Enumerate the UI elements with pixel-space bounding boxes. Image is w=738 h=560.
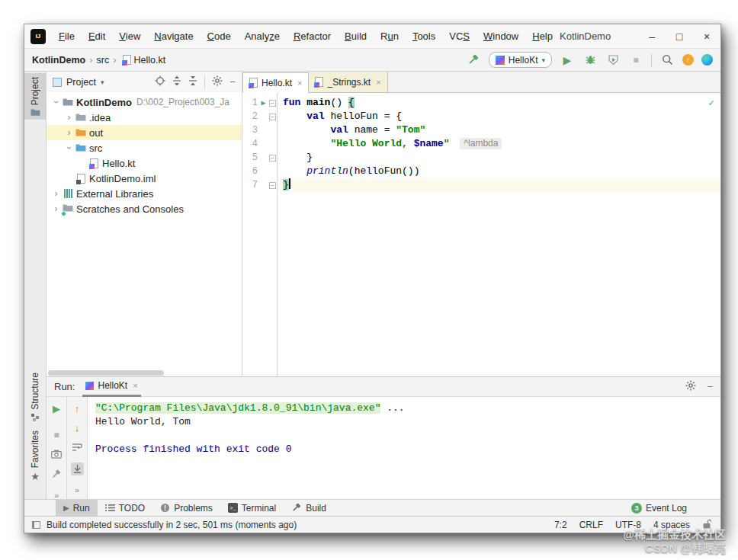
event-log-button[interactable]: 3 Event Log <box>631 503 687 514</box>
code-line-4[interactable]: "Hello World, $name"^lambda <box>278 137 720 151</box>
thread-dump-camera-icon[interactable] <box>51 448 62 462</box>
fold-marker-icon[interactable]: − <box>269 114 276 120</box>
breadcrumb-file[interactable]: Hello.kt <box>134 55 166 66</box>
menu-item-view[interactable]: View <box>112 24 147 49</box>
menu-item-run[interactable]: Run <box>374 24 406 49</box>
tool-window-button-build[interactable]: Build <box>284 500 334 517</box>
project-view-selector[interactable]: Project <box>66 77 96 88</box>
breadcrumb-project[interactable]: KotlinDemo <box>32 55 85 66</box>
tree-row-hello-kt[interactable]: Hello.kt <box>47 155 242 171</box>
stripe-button-project[interactable]: Project <box>24 73 46 120</box>
menu-item-edit[interactable]: Edit <box>82 24 112 49</box>
line-ending[interactable]: CRLF <box>579 520 603 530</box>
chevron-collapsed-icon[interactable]: › <box>64 112 74 123</box>
locate-file-icon[interactable] <box>155 75 165 89</box>
tree-row--idea[interactable]: ›.idea <box>47 110 242 125</box>
menu-item-file[interactable]: File <box>52 24 82 49</box>
scroll-to-end-button[interactable] <box>71 462 84 475</box>
tree-row-kotlindemo[interactable]: ›KotlinDemoD:\002_Project\003_Ja <box>47 94 242 110</box>
soft-wrap-icon[interactable] <box>72 441 82 455</box>
menu-item-build[interactable]: Build <box>338 24 374 49</box>
hide-tool-window-icon[interactable]: − <box>707 381 713 392</box>
stop-button[interactable]: ■ <box>53 430 59 440</box>
down-arrow-icon[interactable]: ↓ <box>75 422 80 434</box>
stripe-button-structure[interactable]: Structure <box>24 369 46 425</box>
code-line-1[interactable]: fun main() { <box>278 96 720 110</box>
close-tab-icon[interactable]: × <box>297 78 302 88</box>
line-number[interactable]: 5 <box>242 152 258 163</box>
code-line-3[interactable]: val name = "Tom" <box>278 123 720 137</box>
code-area[interactable]: 1▶−2−345−67− fun main() { val helloFun =… <box>242 93 720 376</box>
tool-window-button-terminal[interactable]: >_Terminal <box>220 500 284 517</box>
minimize-button[interactable]: – <box>638 24 666 48</box>
rerun-button[interactable]: ▶ <box>53 403 60 414</box>
settings-gear-icon[interactable] <box>685 380 696 394</box>
run-with-coverage-button[interactable] <box>605 53 621 68</box>
tool-window-toggle-icon[interactable] <box>32 521 40 529</box>
line-number[interactable]: 3 <box>242 125 258 136</box>
build-hammer-icon[interactable] <box>466 53 481 68</box>
hide-tool-window-icon[interactable]: − <box>229 76 236 88</box>
stripe-button-favorites[interactable]: Favorites ★ <box>24 427 46 485</box>
code-line-2[interactable]: val helloFun = { <box>278 110 720 123</box>
line-number[interactable]: 2 <box>242 111 258 122</box>
tab-hello-kt[interactable]: Hello.kt × <box>242 72 309 93</box>
ide-sphere-icon[interactable] <box>701 54 713 66</box>
tool-window-button-todo[interactable]: TODO <box>98 500 152 517</box>
fold-marker-icon[interactable]: − <box>269 100 276 107</box>
menu-item-navigate[interactable]: Navigate <box>147 24 200 49</box>
run-button[interactable]: ▶ <box>560 53 575 68</box>
debug-button[interactable] <box>582 53 598 68</box>
close-tab-icon[interactable]: × <box>376 78 380 87</box>
tool-window-button-problems[interactable]: Problems <box>152 500 220 517</box>
tree-row-external-libraries[interactable]: ›External Libraries <box>47 186 242 201</box>
more-actions-icon[interactable]: » <box>75 485 79 494</box>
tree-row-scratches-and-consoles[interactable]: ›Scratches and Consoles <box>47 201 242 216</box>
close-button[interactable]: × <box>693 24 720 48</box>
tree-row-kotlindemo-iml[interactable]: KotlinDemo.iml <box>47 171 242 186</box>
line-number[interactable]: 7 <box>242 180 258 190</box>
menu-item-help[interactable]: Help <box>525 24 560 49</box>
menu-item-analyze[interactable]: Analyze <box>238 24 287 49</box>
breadcrumb-src[interactable]: src <box>96 55 109 66</box>
settings-gear-icon[interactable] <box>212 75 223 89</box>
status-message[interactable]: Build completed successfully in 2 sec, 5… <box>47 520 297 530</box>
chevron-collapsed-icon[interactable]: › <box>51 188 61 199</box>
run-line-icon[interactable]: ▶ <box>258 98 269 107</box>
line-number[interactable]: 4 <box>242 139 258 149</box>
run-tab-hellokt[interactable]: HelloKt × <box>82 377 140 397</box>
code-line-6[interactable]: println(helloFun()) <box>278 165 720 178</box>
run-console[interactable]: "C:\Program Files\Java\jdk1.8.0_91\bin\j… <box>88 397 720 499</box>
tool-window-button-run[interactable]: ▶Run <box>56 500 98 517</box>
collapse-all-icon[interactable] <box>188 75 197 89</box>
fold-marker-icon[interactable]: − <box>269 155 276 162</box>
menu-item-refactor[interactable]: Refactor <box>287 24 338 49</box>
tab-strings-kt[interactable]: _Strings.kt × <box>309 72 387 92</box>
menu-item-window[interactable]: Window <box>476 24 525 49</box>
close-tab-icon[interactable]: × <box>133 381 137 390</box>
tree-row-src[interactable]: ›src <box>47 140 242 155</box>
search-everywhere-icon[interactable] <box>659 53 675 68</box>
tree-row-out[interactable]: ›out <box>47 125 242 140</box>
caret-position[interactable]: 7:2 <box>554 520 567 530</box>
maximize-button[interactable]: □ <box>666 24 693 48</box>
stop-button[interactable]: ■ <box>628 53 643 68</box>
code-line-5[interactable]: } <box>278 151 720 165</box>
line-number[interactable]: 1 <box>242 98 258 108</box>
expand-all-icon[interactable] <box>172 75 181 89</box>
build-settings-icon[interactable] <box>51 469 62 483</box>
horizontal-scrollbar[interactable] <box>48 370 164 376</box>
chevron-collapsed-icon[interactable]: › <box>64 127 74 138</box>
chevron-expanded-icon[interactable]: › <box>64 143 75 153</box>
fold-marker-icon[interactable]: − <box>269 182 276 189</box>
inspections-ok-icon[interactable]: ✓ <box>708 97 714 109</box>
menu-item-code[interactable]: Code <box>201 24 238 49</box>
up-arrow-icon[interactable]: ↑ <box>75 403 80 414</box>
code-line-7[interactable]: } <box>278 178 720 192</box>
menu-item-vcs[interactable]: VCS <box>442 24 476 49</box>
menu-item-tools[interactable]: Tools <box>406 24 442 49</box>
run-configuration-select[interactable]: HelloKt ▾ <box>489 52 552 68</box>
line-number[interactable]: 6 <box>242 166 258 177</box>
chevron-expanded-icon[interactable]: › <box>51 98 62 107</box>
update-notification-icon[interactable]: ↑ <box>682 54 694 66</box>
